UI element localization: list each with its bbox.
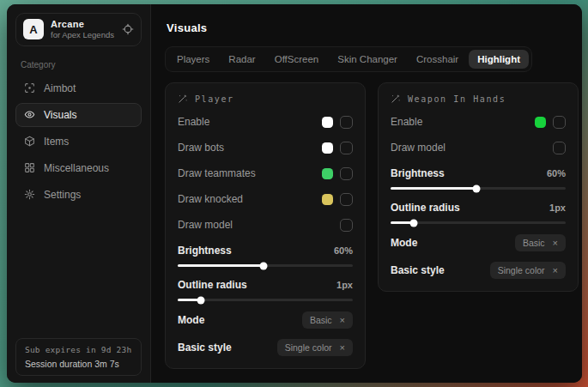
slider-thumb[interactable] [472, 184, 480, 192]
slider-value: 1px [549, 203, 566, 213]
tag-row: Basic style Single color × [391, 262, 566, 279]
panel-header: Weapon In Hands [391, 94, 566, 104]
slider-row: Outline radius 1px [178, 279, 353, 301]
panel-header: Player [178, 94, 353, 104]
panel-rows: Enable Draw model Brightness 60% Outline… [391, 114, 566, 279]
tab-players[interactable]: Players [168, 50, 218, 69]
color-swatch[interactable] [322, 142, 333, 154]
panel-title: Player [195, 94, 234, 104]
slider[interactable] [391, 221, 566, 224]
sidebar-item-aimbot[interactable]: Aimbot [15, 76, 142, 100]
sub-expiry-text: Sub expires in 9d 23h [25, 345, 132, 354]
toggle-row: Draw teammates [178, 166, 353, 181]
checkbox[interactable] [553, 116, 566, 129]
slider-head: Brightness 60% [178, 245, 353, 257]
toggle-controls [553, 142, 566, 154]
tag-value: Single color [285, 342, 332, 353]
checkbox[interactable] [340, 167, 353, 180]
close-icon[interactable]: × [340, 316, 345, 325]
tag-value: Basic [523, 238, 545, 248]
tag-label: Mode [178, 314, 204, 326]
color-swatch[interactable] [535, 117, 546, 128]
toggle-controls [322, 142, 353, 154]
toggle-label: Draw teammates [178, 167, 256, 179]
color-swatch[interactable] [322, 194, 333, 205]
brand-text: Arcane for Apex Legends [51, 19, 114, 40]
toggle-label: Enable [391, 116, 422, 128]
toggle-controls [535, 116, 566, 129]
slider[interactable] [178, 264, 353, 267]
slider[interactable] [391, 187, 566, 190]
tab-offscreen[interactable]: OffScreen [266, 50, 328, 69]
panel-title: Weapon In Hands [408, 94, 506, 104]
toggle-label: Draw knocked [178, 193, 243, 205]
tag-pill[interactable]: Basic × [302, 311, 353, 329]
sidebar-item-visuals[interactable]: Visuals [15, 103, 142, 127]
toggle-label: Draw model [391, 142, 446, 154]
checkbox[interactable] [340, 219, 353, 232]
slider-row: Brightness 60% [391, 167, 566, 190]
checkbox[interactable] [340, 193, 353, 206]
items-icon [24, 136, 35, 147]
sidebar: A Arcane for Apex Legends Category Aimbo… [7, 4, 151, 383]
slider-thumb[interactable] [197, 296, 204, 304]
slider[interactable] [178, 299, 353, 301]
tab-crosshair[interactable]: Crosshair [408, 50, 467, 69]
slider-thumb[interactable] [259, 262, 267, 269]
checkbox[interactable] [340, 142, 353, 154]
sidebar-item-label: Settings [44, 189, 81, 201]
slider-value: 60% [334, 245, 353, 256]
toggle-row: Draw model [178, 217, 353, 233]
close-icon[interactable]: × [553, 266, 558, 275]
checkbox[interactable] [553, 142, 566, 154]
brand-card: A Arcane for Apex Legends [15, 13, 142, 46]
tab-skin-changer[interactable]: Skin Changer [329, 50, 406, 69]
tag-label: Basic style [178, 342, 232, 354]
slider-head: Outline radius 1px [391, 202, 566, 214]
sidebar-item-miscellaneous[interactable]: Miscellaneous [15, 156, 142, 180]
toggle-label: Enable [178, 116, 209, 128]
sidebar-item-label: Miscellaneous [44, 162, 109, 174]
slider-head: Outline radius 1px [178, 279, 353, 291]
sidebar-item-items[interactable]: Items [15, 130, 142, 154]
panel-weapon-in-hands: Weapon In Hands Enable Draw model Bright… [378, 82, 579, 292]
tab-bar: PlayersRadarOffScreenSkin ChangerCrossha… [165, 46, 532, 72]
sidebar-item-label: Visuals [44, 109, 76, 121]
aimbot-icon [24, 82, 35, 94]
color-swatch[interactable] [322, 168, 333, 179]
tab-radar[interactable]: Radar [220, 50, 264, 69]
toggle-controls [322, 116, 353, 129]
slider-thumb[interactable] [409, 219, 417, 227]
target-icon[interactable] [122, 23, 134, 35]
slider-label: Outline radius [178, 279, 247, 291]
toggle-label: Draw model [178, 219, 233, 231]
tag-row: Mode Basic × [178, 311, 353, 329]
toggle-controls [322, 193, 353, 206]
tag-row: Mode Basic × [391, 234, 566, 251]
slider-row: Outline radius 1px [391, 202, 566, 224]
toggle-controls [340, 219, 353, 232]
sidebar-nav: Aimbot Visuals Items Miscellaneous Setti… [15, 76, 142, 207]
close-icon[interactable]: × [553, 239, 558, 248]
slider-head: Brightness 60% [391, 167, 566, 179]
tab-highlight[interactable]: Highlight [469, 50, 529, 69]
tag-label: Basic style [391, 264, 445, 276]
app-window: A Arcane for Apex Legends Category Aimbo… [7, 4, 582, 383]
sidebar-item-label: Items [44, 136, 69, 148]
close-icon[interactable]: × [340, 343, 345, 353]
slider-value: 1px [336, 280, 353, 290]
toggle-row: Draw model [391, 140, 566, 155]
tag-value: Basic [310, 315, 332, 325]
sidebar-item-settings[interactable]: Settings [15, 183, 142, 207]
tag-pill[interactable]: Single color × [490, 262, 566, 279]
tag-pill[interactable]: Basic × [515, 234, 566, 251]
visuals-icon [24, 109, 35, 120]
tag-pill[interactable]: Single color × [277, 339, 353, 356]
tag-label: Mode [391, 237, 417, 249]
toggle-controls [322, 167, 353, 180]
slider-row: Brightness 60% [178, 245, 353, 267]
color-swatch[interactable] [322, 117, 333, 128]
checkbox[interactable] [340, 116, 353, 129]
category-label: Category [21, 60, 136, 70]
app-logo: A [23, 19, 44, 39]
